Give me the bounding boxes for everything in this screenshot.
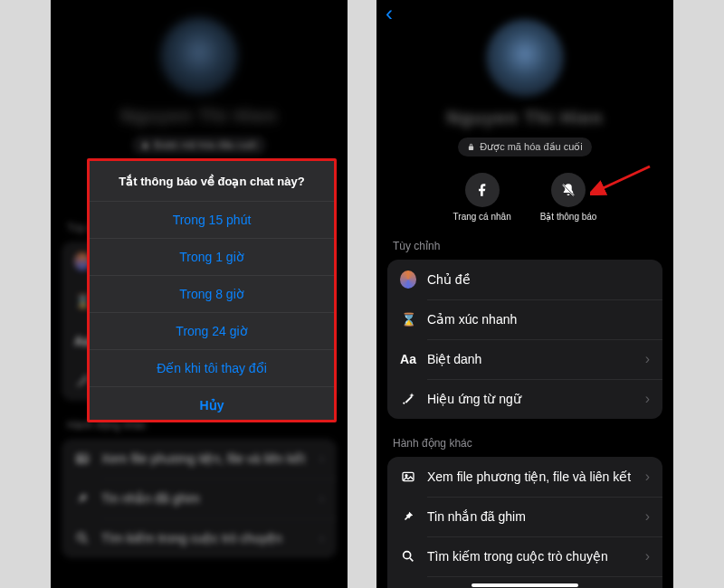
encryption-label: Được mã hóa đầu cuối (480, 141, 583, 153)
phone-right: ‹ Nguyen Thi Hien Được mã hóa đầu cuối T… (376, 0, 673, 588)
chevron-right-icon: › (645, 391, 650, 407)
chevron-right-icon: › (319, 530, 324, 546)
row-search-label: Tìm kiếm trong cuộc trò chuyện (427, 549, 634, 564)
option-24-hours[interactable]: Trong 24 giờ (90, 312, 334, 349)
image-icon (74, 450, 90, 467)
row-search[interactable]: Tìm kiếm trong cuộc trò chuyện › (62, 518, 337, 558)
row-theme[interactable]: Chủ đề (387, 260, 662, 299)
mute-label: Bật thông báo (540, 212, 597, 222)
image-icon (400, 469, 416, 485)
profile-page-label: Trang cá nhân (453, 212, 511, 222)
wand-icon (400, 391, 416, 407)
profile-name-blurred: Nguyen Thi Hien (376, 108, 673, 128)
row-emoji[interactable]: ⌛ Cảm xúc nhanh (387, 299, 662, 339)
row-media[interactable]: Xem file phương tiện, file và liên kết › (62, 439, 337, 479)
row-media-label: Xem file phương tiện, file và liên kết (427, 469, 634, 484)
svg-line-10 (410, 558, 413, 561)
svg-point-1 (80, 457, 81, 459)
hourglass-icon: ⌛ (400, 311, 416, 327)
encryption-badge: Được mã hóa đầu cuối (132, 136, 266, 155)
pin-icon (400, 508, 416, 525)
option-1-hour[interactable]: Trong 1 giờ (90, 238, 334, 275)
chevron-right-icon: › (645, 351, 650, 367)
row-search[interactable]: Tìm kiếm trong cuộc trò chuyện › (387, 536, 662, 576)
pin-icon (74, 490, 90, 507)
row-search-label: Tìm kiếm trong cuộc trò chuyện (101, 531, 309, 545)
back-button[interactable]: ‹ (386, 1, 393, 26)
option-until-change[interactable]: Đến khi tôi thay đổi (90, 349, 334, 386)
option-8-hours[interactable]: Trong 8 giờ (90, 275, 334, 312)
row-media-label: Xem file phương tiện, file và liên kết (101, 451, 309, 466)
profile-page-button[interactable]: Trang cá nhân (453, 173, 511, 222)
phone-left: Nguyen Thi Hien Được mã hóa đầu cuối Tùy… (51, 0, 348, 588)
chevron-right-icon: › (645, 469, 650, 485)
search-icon (74, 530, 90, 546)
section-actions-label: Hành động khác (376, 419, 673, 457)
svg-point-2 (78, 534, 85, 541)
svg-point-9 (404, 552, 411, 559)
encryption-label: Được mã hóa đầu cuối (154, 139, 257, 151)
profile-name-blurred: Nguyen Thi Hien (51, 106, 348, 127)
chevron-right-icon: › (645, 548, 650, 564)
section-customize-label: Tùy chỉnh (376, 222, 673, 260)
row-pinned[interactable]: Tin nhắn đã ghim › (387, 497, 662, 536)
theme-swatch-icon (400, 270, 416, 289)
bell-off-icon (551, 173, 586, 207)
svg-point-8 (405, 475, 407, 477)
avatar (160, 17, 238, 95)
svg-line-3 (84, 540, 87, 543)
encryption-badge: Được mã hóa đầu cuối (458, 138, 592, 156)
mute-action-sheet: Tắt thông báo về đoạn chat này? Trong 15… (87, 158, 337, 422)
chevron-right-icon: › (319, 450, 324, 467)
row-effects[interactable]: Hiệu ứng từ ngữ › (387, 379, 662, 419)
row-media[interactable]: Xem file phương tiện, file và liên kết › (387, 457, 662, 497)
search-icon (400, 548, 416, 564)
actions-card: Xem file phương tiện, file và liên kết ›… (62, 439, 337, 558)
row-pinned[interactable]: Tin nhắn đã ghim › (62, 479, 337, 518)
row-effects-label: Hiệu ứng từ ngữ (427, 392, 634, 406)
mute-button[interactable]: Bật thông báo (540, 173, 597, 222)
row-theme-label: Chủ đề (427, 272, 650, 287)
facebook-icon (465, 173, 500, 207)
aa-icon: Aa (400, 351, 416, 367)
modal-title: Tắt thông báo về đoạn chat này? (90, 161, 334, 201)
row-pinned-label: Tin nhắn đã ghim (101, 491, 309, 506)
option-15-minutes[interactable]: Trong 15 phút (90, 201, 334, 238)
chevron-right-icon: › (319, 490, 324, 507)
avatar (486, 19, 564, 97)
chevron-right-icon: › (645, 508, 650, 525)
actions-card: Xem file phương tiện, file và liên kết ›… (387, 457, 662, 588)
row-nickname[interactable]: Aa Biệt danh › (387, 339, 662, 379)
row-emoji-label: Cảm xúc nhanh (427, 312, 650, 327)
row-nickname-label: Biệt danh (427, 352, 634, 366)
cancel-button[interactable]: Hủy (90, 386, 334, 420)
home-indicator (472, 583, 578, 587)
row-pinned-label: Tin nhắn đã ghim (427, 509, 634, 524)
customize-card: Chủ đề ⌛ Cảm xúc nhanh Aa Biệt danh › Hi… (387, 260, 662, 419)
